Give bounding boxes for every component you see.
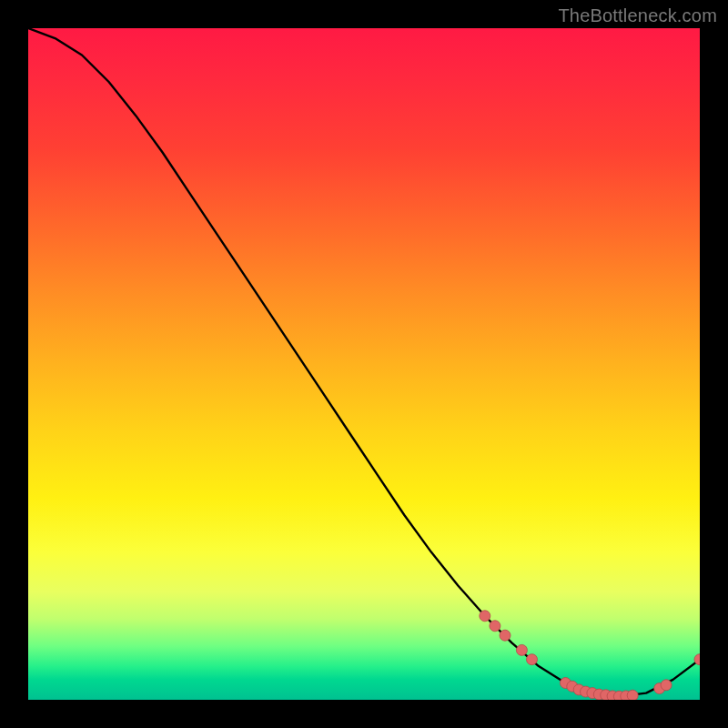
curve-marker [490,621,500,632]
watermark-text: TheBottleneck.com [558,5,717,26]
chart-stage: TheBottleneck.com [0,0,728,728]
curve-marker [627,690,638,700]
curve-marker [661,680,672,691]
curve-marker [527,654,538,665]
curve-marker [500,630,511,641]
plot-area [28,28,700,700]
bottleneck-curve [28,28,700,696]
curve-layer [28,28,700,700]
curve-marker [480,611,490,622]
curve-marker [516,644,527,655]
curve-markers [480,611,700,700]
